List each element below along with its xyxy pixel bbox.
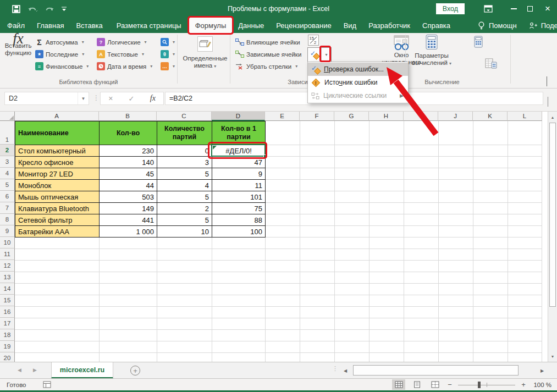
undo-icon[interactable] — [27, 5, 37, 13]
column-header[interactable]: L — [508, 112, 542, 121]
cell-per-batch[interactable]: 75 — [212, 203, 266, 214]
row-header[interactable]: 14 — [0, 283, 15, 295]
zoom-level-label[interactable]: 100 % — [532, 382, 552, 388]
ribbon-tab[interactable]: Вид — [338, 18, 363, 33]
name-box[interactable]: D2 ▼ — [4, 92, 89, 105]
page-break-view-button[interactable] — [428, 379, 442, 390]
cell-batches[interactable]: 2 — [157, 203, 212, 214]
more-functions-button[interactable]: … — [161, 60, 175, 72]
cell-name[interactable]: Моноблок — [15, 180, 100, 191]
show-formulas-button[interactable]: 152 — [308, 34, 319, 46]
cell-per-batch[interactable]: 9 — [212, 168, 266, 180]
zoom-in-button[interactable]: + — [520, 380, 527, 389]
cell-batches[interactable]: 0 — [157, 145, 212, 157]
tell-me-help[interactable]: Помощн — [472, 18, 523, 33]
row-header[interactable]: 4 — [0, 168, 15, 179]
cell-qty[interactable]: 45 — [100, 168, 157, 180]
ribbon-tab[interactable]: Рецензирование — [270, 18, 337, 33]
cell-per-batch[interactable]: 88 — [212, 214, 266, 226]
column-header[interactable]: J — [438, 112, 473, 121]
sheet-nav-left-icon[interactable]: ◀ — [18, 367, 21, 373]
ribbon-tab[interactable]: Формулы — [189, 18, 233, 33]
cell-per-batch[interactable]: #ДЕЛ/0! — [212, 145, 266, 157]
cell-qty[interactable]: 503 — [100, 191, 157, 203]
row-header[interactable]: 3 — [0, 156, 15, 168]
expand-formula-bar-button[interactable] — [548, 97, 548, 107]
row-header[interactable]: 10 — [0, 237, 15, 249]
trace-precedents-button[interactable]: Влияющие ячейки — [235, 36, 300, 48]
row-header[interactable]: 17 — [0, 318, 15, 329]
cell-batches[interactable]: 5 — [157, 168, 212, 180]
select-all-corner[interactable] — [0, 112, 15, 121]
page-layout-view-button[interactable] — [410, 379, 423, 390]
vertical-scrollbar[interactable]: ▲ ▼ — [548, 112, 557, 362]
insert-function-button[interactable]: fx Вставить функцию — [2, 35, 34, 57]
cell-name[interactable]: Монитор 27 LED — [15, 168, 100, 180]
macro-record-icon[interactable] — [43, 381, 51, 388]
column-header[interactable]: K — [473, 112, 508, 121]
row-header[interactable]: 1 — [0, 121, 15, 145]
row-header[interactable]: 18 — [0, 329, 15, 341]
horizontal-scroll-thumb[interactable] — [353, 365, 519, 376]
row-header[interactable]: 2 — [0, 145, 15, 156]
trace-dependents-button[interactable]: Зависимые ячейки — [235, 48, 301, 60]
row-header[interactable]: 20 — [0, 352, 15, 362]
enter-icon[interactable]: ✓ — [129, 95, 135, 103]
error-checking-button[interactable]: ✓ — [308, 48, 322, 62]
ribbon-tab[interactable]: Справка — [416, 18, 456, 33]
cell-name[interactable]: Батарейки AAA — [15, 226, 100, 238]
row-header[interactable]: 11 — [0, 249, 15, 260]
close-button[interactable]: × — [538, 0, 557, 18]
scroll-down-icon[interactable]: ▼ — [548, 352, 557, 361]
zoom-slider-thumb[interactable] — [478, 382, 481, 388]
header-cell-per-batch[interactable]: Кол-во в 1 партии — [212, 122, 266, 145]
cell-name[interactable]: Сетевой фильтр — [15, 214, 100, 226]
header-cell-batches[interactable]: Количество партий — [157, 122, 212, 145]
cell-per-batch[interactable]: 100 — [212, 226, 266, 238]
cancel-icon[interactable]: × — [108, 94, 113, 103]
menu-item-error-checking[interactable]: ✓ Проверка ошибок... — [308, 63, 408, 76]
cell-name[interactable]: Клавиатура Bluetooth — [15, 203, 100, 214]
ribbon-tab[interactable]: Разработчик — [362, 18, 416, 33]
cell-qty[interactable]: 230 — [100, 145, 157, 157]
sheet-tab-active[interactable]: microexcel.ru — [51, 362, 113, 379]
normal-view-button[interactable] — [392, 379, 405, 390]
cell-qty[interactable]: 1 000 — [100, 226, 157, 238]
recent-functions-button[interactable]: ★ Последние — [35, 48, 84, 60]
row-header[interactable]: 5 — [0, 179, 15, 191]
row-header[interactable]: 6 — [0, 191, 15, 202]
cell-qty[interactable]: 441 — [100, 214, 157, 226]
autosum-button[interactable]: Σ Автосумма — [35, 36, 84, 48]
column-header[interactable]: H — [369, 112, 404, 121]
ribbon-tab[interactable]: Разметка страницы — [109, 18, 189, 33]
math-functions-button[interactable]: θ — [161, 48, 175, 60]
cell-batches[interactable]: 5 — [157, 214, 212, 226]
row-header[interactable]: 8 — [0, 214, 15, 225]
cell-batches[interactable]: 5 — [157, 191, 212, 203]
row-header[interactable]: 15 — [0, 295, 15, 306]
header-cell-name[interactable]: Наименование — [15, 122, 100, 145]
cell-name[interactable]: Мышь оптическая — [15, 191, 100, 203]
name-box-dropdown-icon[interactable]: ▼ — [78, 92, 89, 104]
ribbon-tab[interactable]: Главная — [31, 18, 70, 33]
column-header[interactable]: E — [265, 112, 300, 121]
scroll-right-icon[interactable]: ▶ — [538, 366, 547, 376]
calculation-options-button[interactable]: Параметры вычислений — [409, 34, 454, 67]
column-header[interactable]: I — [404, 112, 438, 121]
collapse-ribbon-button[interactable] — [547, 76, 547, 86]
cell-batches[interactable]: 10 — [157, 226, 212, 238]
cell-qty[interactable]: 140 — [100, 157, 157, 168]
lookup-functions-button[interactable] — [161, 36, 175, 48]
datetime-functions-button[interactable]: Дата и время — [97, 60, 152, 72]
row-header[interactable]: 9 — [0, 225, 15, 237]
column-header[interactable]: G — [334, 112, 369, 121]
column-header[interactable]: A — [15, 112, 99, 121]
vertical-scroll-thumb[interactable] — [549, 123, 556, 307]
qat-customize-icon[interactable] — [62, 7, 67, 12]
cell-batches[interactable]: 3 — [157, 157, 212, 168]
text-functions-button[interactable]: A Текстовые — [97, 48, 144, 60]
redo-icon[interactable] — [45, 5, 54, 13]
row-header[interactable]: 13 — [0, 272, 15, 283]
add-sheet-button[interactable]: + — [130, 366, 140, 376]
row-header[interactable]: 16 — [0, 306, 15, 318]
